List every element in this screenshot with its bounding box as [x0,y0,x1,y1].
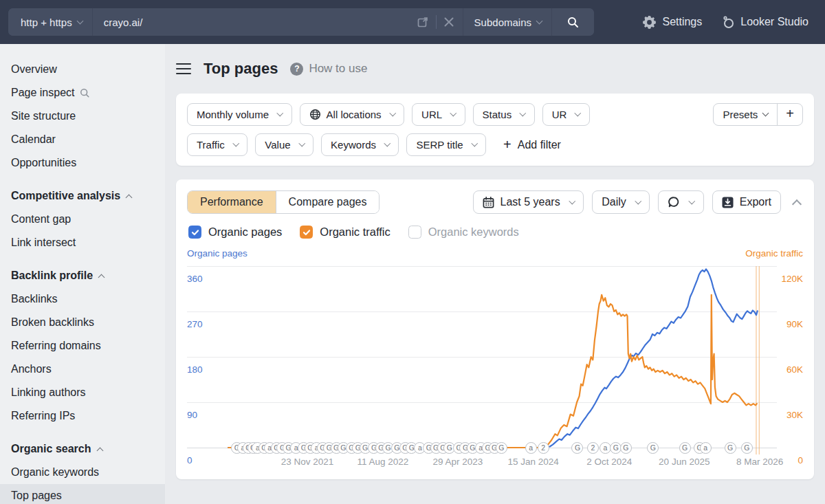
filter-status-dropdown[interactable]: Status [473,103,535,126]
export-label: Export [740,196,771,208]
event-marker[interactable]: a [525,442,537,454]
open-external-icon[interactable] [417,16,429,28]
sidebar-item-page-inspect[interactable]: Page inspect [0,81,165,105]
event-marker[interactable]: G [725,442,736,454]
presets-split-button: Presets+ [713,103,803,126]
clear-url-icon[interactable] [443,17,454,28]
series-organic-pages-line [228,269,758,448]
subdomains-dropdown[interactable]: Subdomains [463,8,551,36]
question-icon: ? [290,63,303,76]
event-marker[interactable]: a [600,442,611,454]
chevron-up-icon [96,447,103,454]
target-url-group: http + https crayo.ai/ Subdomains [8,8,594,36]
chevron-down-icon [76,17,83,24]
protocol-label: http + https [21,17,72,28]
event-marker[interactable]: G [620,442,632,454]
event-marker[interactable]: 2 [587,442,599,454]
notes-dropdown[interactable] [658,190,704,214]
x-axis-tick: 29 Apr 2023 [424,457,492,467]
event-marker[interactable]: 2 [538,442,549,454]
presets-dropdown[interactable]: Presets [714,104,777,125]
main-content: Top pages ? How to use Monthly volumeAll… [165,44,825,504]
filter-value-dropdown[interactable]: Value [255,133,314,156]
settings-button[interactable]: Settings [643,16,702,29]
right-axis-tick: 60K [762,364,803,375]
event-marker[interactable]: a [700,442,712,454]
event-marker[interactable]: G [741,442,753,454]
protocol-dropdown[interactable]: http + https [8,8,92,36]
sidebar-item-referring-ips[interactable]: Referring IPs [0,404,165,428]
filter-traffic-dropdown[interactable]: Traffic [187,133,248,156]
top-navbar: http + https crayo.ai/ Subdomains Settin… [0,0,825,44]
sidebar-item-referring-domains[interactable]: Referring domains [0,334,165,358]
sidebar-section-backlink-profile[interactable]: Backlink profile [0,264,165,287]
sidebar-item-site-structure[interactable]: Site structure [0,105,165,128]
add-preset-button[interactable]: + [777,104,802,125]
search-icon [567,17,579,28]
search-button[interactable] [551,8,594,36]
export-button[interactable]: Export [712,190,781,214]
event-marker[interactable]: G [647,442,659,454]
left-axis-tick: 270 [187,319,203,329]
sidebar-item-linking-authors[interactable]: Linking authors [0,381,165,404]
event-marker[interactable]: G [496,442,507,454]
sidebar-item-content-gap[interactable]: Content gap [0,208,165,231]
toggle-organic-keywords[interactable]: Organic keywords [408,226,519,239]
chevron-down-icon [536,17,543,24]
performance-card: PerformanceCompare pages Last 5 years Da… [176,179,814,479]
event-marker[interactable]: G [571,442,583,454]
checked-checkbox [300,226,313,239]
page-title: Top pages [204,60,278,78]
granularity-dropdown[interactable]: Daily [592,190,650,214]
chart-plot-area[interactable] [187,266,777,448]
left-axis-tick: 360 [187,274,203,284]
toggle-organic-pages[interactable]: Organic pages [188,226,282,239]
sidebar-item-calendar[interactable]: Calendar [0,128,165,151]
url-value: crayo.ai/ [104,17,143,28]
looker-studio-icon [723,16,734,29]
toggle-organic-traffic[interactable]: Organic traffic [300,226,390,239]
add-filter-button[interactable]: +Add filter [503,139,561,151]
chevron-up-icon [126,194,133,201]
sidebar-item-top-pages[interactable]: Top pages [0,484,165,504]
filter-keywords-dropdown[interactable]: Keywords [321,133,399,156]
filter-url-dropdown[interactable]: URL [412,103,465,126]
x-axis-tick: 2 Oct 2024 [575,457,644,467]
checked-checkbox [188,226,201,239]
filter-row-1: Monthly volumeAll locationsURLStatusURPr… [187,103,803,126]
sidebar-item-opportunities[interactable]: Opportunities [0,151,165,175]
filter-serp-title-dropdown[interactable]: SERP title [406,133,486,156]
sidebar: OverviewPage inspectSite structureCalend… [0,44,165,504]
sidebar-section-organic-search[interactable]: Organic search [0,437,165,461]
event-marker[interactable]: G [679,442,691,454]
tab-compare-pages[interactable]: Compare pages [276,191,380,213]
view-tabs: PerformanceCompare pages [187,190,380,214]
sidebar-item-overview[interactable]: Overview [0,58,165,81]
page-header: Top pages ? How to use [165,44,825,94]
plus-icon: + [503,138,512,151]
filter-all-locations-dropdown[interactable]: All locations [300,103,405,126]
sidebar-item-anchors[interactable]: Anchors [0,358,165,381]
sidebar-item-link-intersect[interactable]: Link intersect [0,231,165,254]
x-axis-tick: 8 Mar 2026 [725,457,794,467]
url-input[interactable]: crayo.ai/ [92,8,463,36]
how-to-use-link[interactable]: ? How to use [290,62,367,76]
sidebar-item-backlinks[interactable]: Backlinks [0,287,165,311]
filter-monthly-volume-dropdown[interactable]: Monthly volume [187,103,292,126]
collapse-section-icon[interactable] [792,199,802,209]
tab-performance[interactable]: Performance [188,191,276,213]
looker-studio-button[interactable]: Looker Studio [723,16,808,29]
chevron-down-icon [689,197,695,204]
chevron-down-icon [277,110,283,116]
date-range-dropdown[interactable]: Last 5 years [473,190,584,214]
left-axis-tick: 90 [187,410,197,420]
filter-ur-dropdown[interactable]: UR [542,103,590,126]
chevron-down-icon [389,110,395,116]
sidebar-item-organic-keywords[interactable]: Organic keywords [0,461,165,484]
menu-toggle-icon[interactable] [176,63,191,75]
sidebar-item-broken-backlinks[interactable]: Broken backlinks [0,311,165,334]
search-icon [80,88,90,98]
chevron-down-icon [520,110,526,116]
sidebar-section-competitive-analysis[interactable]: Competitive analysis [0,184,165,208]
chevron-down-icon [384,140,390,146]
